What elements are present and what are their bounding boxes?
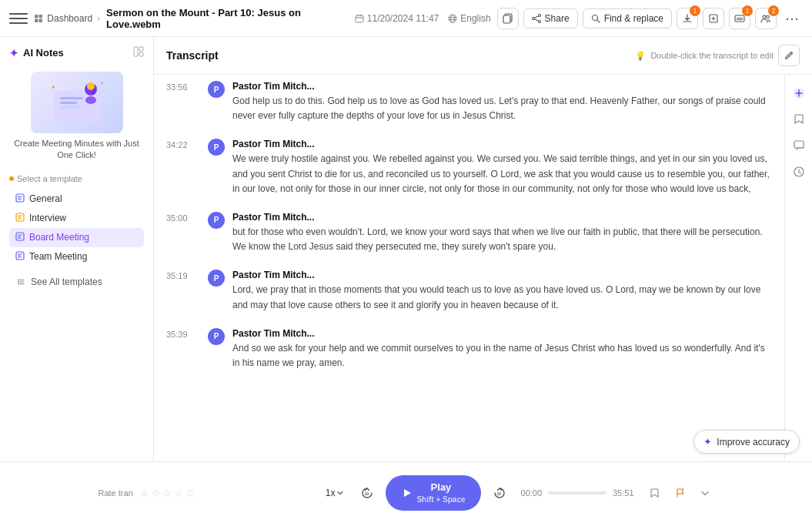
board-meeting-template-icon <box>15 232 25 243</box>
svg-point-9 <box>451 15 455 22</box>
player-bar: Rate tran ☆ ☆ ☆ ☆ ☆ 1x 10 Play Shift + S… <box>0 461 812 523</box>
share-button[interactable]: Share <box>523 8 578 28</box>
template-general[interactable]: General <box>9 189 144 209</box>
avatar: P <box>208 270 225 287</box>
svg-point-8 <box>449 15 456 22</box>
rewind-button[interactable]: 10 <box>355 481 379 505</box>
page-title: Sermon on the Mount - Part 10: Jesus on … <box>106 7 343 30</box>
current-time: 00:00 <box>521 488 543 498</box>
star-1[interactable]: ☆ <box>139 487 149 499</box>
table-row: 35:00 P Pastor Tim Mitch... but for thos… <box>166 212 772 254</box>
rating-stars[interactable]: ☆ ☆ ☆ ☆ ☆ <box>139 487 195 499</box>
sidebar-ai-header: ✦ AI Notes <box>9 46 144 59</box>
dashboard-link[interactable]: Dashboard <box>34 13 92 24</box>
progress-bar-container[interactable]: 00:00 35:51 <box>521 488 634 498</box>
captions-badge: 1 <box>742 5 753 16</box>
star-3[interactable]: ☆ <box>162 487 172 499</box>
more-options-button[interactable]: ⋯ <box>781 8 803 29</box>
svg-point-60 <box>18 283 19 284</box>
template-team-meeting[interactable]: Team Meeting <box>9 247 144 267</box>
play-button[interactable]: Play Shift + Space <box>386 475 480 511</box>
entry-text: Lord, we pray that in those moments that… <box>232 283 772 312</box>
bookmark-button[interactable] <box>788 109 810 130</box>
menu-icon[interactable] <box>9 9 28 28</box>
people-button[interactable]: 2 <box>755 8 777 29</box>
avatar: P <box>208 212 225 229</box>
entry-time: 35:00 <box>166 212 200 254</box>
svg-point-14 <box>532 17 534 19</box>
copy-button[interactable] <box>497 8 519 29</box>
player-chevron-button[interactable] <box>696 484 714 502</box>
transcript-hint: 💡 Double-click the transcript to edit <box>635 45 800 66</box>
hint-icon: 💡 <box>635 51 646 61</box>
team-meeting-template-icon <box>15 251 25 263</box>
speaker-name: Pastor Tim Mitch... <box>232 139 772 149</box>
svg-text:10: 10 <box>496 491 501 495</box>
general-template-icon <box>15 193 25 205</box>
end-time: 35:51 <box>613 488 634 498</box>
board-meeting-template-label: Board Meeting <box>29 232 89 243</box>
speaker-name: Pastor Tim Mitch... <box>232 212 772 223</box>
svg-rect-0 <box>35 15 38 18</box>
entry-content: Pastor Tim Mitch... Lord, we pray that i… <box>232 270 772 312</box>
topbar-meta: 11/20/2024 11:47 English <box>355 13 491 24</box>
language-meta: English <box>448 13 490 24</box>
edit-transcript-button[interactable] <box>778 45 800 66</box>
improve-label: Improve accuracy <box>717 437 790 448</box>
breadcrumb-chevron: › <box>97 13 100 24</box>
avatar: P <box>208 328 225 345</box>
template-board-meeting[interactable]: Board Meeting <box>9 228 144 247</box>
template-list: General Interview Board Meeting Team Mee… <box>9 189 144 267</box>
layout-toggle-icon[interactable] <box>133 46 144 59</box>
find-replace-label: Find & replace <box>604 13 663 24</box>
play-shortcut: Shift + Space <box>416 495 465 504</box>
rate-label: Rate tran <box>99 488 133 498</box>
speaker-name: Pastor Tim Mitch... <box>232 328 772 339</box>
topbar: Dashboard › Sermon on the Mount - Part 1… <box>0 0 812 37</box>
svg-line-17 <box>534 15 538 17</box>
svg-line-18 <box>534 18 538 20</box>
playback-speed-selector[interactable]: 1x <box>321 485 349 501</box>
star-5[interactable]: ☆ <box>185 487 195 499</box>
star-4[interactable]: ☆ <box>174 487 184 499</box>
transcript-body: 33:56 P Pastor Tim Mitch... God help us … <box>154 75 784 523</box>
topbar-actions: Share Find & replace 1 1 2 ⋯ <box>497 8 803 29</box>
progress-bar[interactable] <box>548 491 606 495</box>
speaker-name: Pastor Tim Mitch... <box>232 270 772 280</box>
select-template-label: Select a template <box>9 174 144 183</box>
svg-point-28 <box>767 15 770 18</box>
general-template-label: General <box>29 193 62 204</box>
captions-button[interactable]: 1 <box>729 8 750 29</box>
svg-point-15 <box>538 14 540 16</box>
download-button[interactable]: 1 <box>677 8 698 29</box>
svg-rect-65 <box>794 141 804 148</box>
template-interview[interactable]: Interview <box>9 209 144 228</box>
player-extra-actions <box>643 482 714 504</box>
svg-text:10: 10 <box>365 491 369 495</box>
forward-button[interactable]: 10 <box>487 481 512 505</box>
table-row: 34:22 P Pastor Tim Mitch... We were trul… <box>166 139 772 196</box>
share-label: Share <box>545 13 570 24</box>
star-2[interactable]: ☆ <box>151 487 161 499</box>
export-button[interactable] <box>703 8 724 29</box>
svg-line-20 <box>596 19 599 22</box>
sidebar-illustration: ✦ ✦ Create Meeting Minutes with Just One… <box>9 72 144 162</box>
svg-rect-23 <box>735 15 744 22</box>
comment-button[interactable] <box>788 135 810 156</box>
team-meeting-template-label: Team Meeting <box>29 251 87 262</box>
add-to-notes-button[interactable] <box>788 82 810 104</box>
flag-icon-button[interactable] <box>670 482 691 504</box>
find-replace-button[interactable]: Find & replace <box>583 8 672 28</box>
svg-rect-3 <box>39 19 43 23</box>
see-all-templates-button[interactable]: See All templates <box>9 273 144 291</box>
main-layout: ✦ AI Notes <box>0 37 812 523</box>
bookmark-icon-button[interactable] <box>643 482 665 504</box>
timestamp-button[interactable] <box>788 161 810 183</box>
entry-content: Pastor Tim Mitch... God help us to do th… <box>232 81 772 123</box>
improve-accuracy-button[interactable]: ✦ Improve accuracy <box>693 430 800 454</box>
table-row: 35:19 P Pastor Tim Mitch... Lord, we pra… <box>166 270 772 312</box>
entry-content: Pastor Tim Mitch... We were truly hostil… <box>232 139 772 196</box>
svg-rect-1 <box>39 15 43 18</box>
svg-point-27 <box>763 15 766 18</box>
entry-time: 34:22 <box>166 139 200 196</box>
